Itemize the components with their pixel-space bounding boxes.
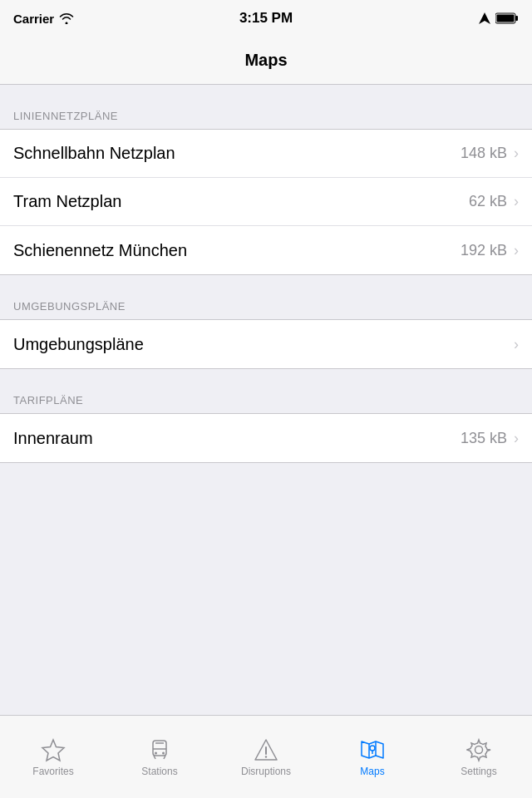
train-icon [147,737,172,762]
item-right-schienennetz: 192 kB › [461,242,519,259]
item-size-innenraum: 135 kB [461,430,507,447]
svg-marker-4 [42,740,64,761]
svg-marker-0 [479,12,490,24]
carrier-label: Carrier [13,12,54,26]
svg-point-20 [475,746,483,753]
section-spacer-3 [0,369,532,377]
battery-icon [495,12,519,24]
list-item[interactable]: Schnellbahn Netzplan 148 kB › [0,130,532,178]
location-icon [479,12,490,24]
item-size-schnellbahn: 148 kB [461,145,507,162]
chevron-icon-schienennetz: › [514,242,519,259]
item-label-innenraum: Innenraum [13,429,93,448]
tab-maps[interactable]: Maps [319,716,426,798]
tab-stations-label: Stations [141,766,177,777]
warning-icon [254,737,278,762]
chevron-icon-umgebungsplaene: › [514,336,519,353]
status-right [479,12,519,24]
svg-point-7 [155,751,157,754]
tab-settings[interactable]: Settings [426,716,532,798]
svg-rect-2 [515,16,518,21]
item-right-umgebungsplaene: › [514,336,519,353]
section-spacer-1 [0,85,532,93]
item-label-schienennetz: Schienennetz München [13,241,187,260]
item-right-tram: 62 kB › [469,193,519,210]
tab-disruptions[interactable]: Disruptions [213,716,319,798]
item-right-innenraum: 135 kB › [461,430,519,447]
svg-marker-15 [362,741,383,758]
svg-rect-3 [497,15,515,22]
gear-icon [466,737,491,762]
maps-icon [360,737,385,762]
tab-settings-label: Settings [461,766,496,777]
tab-favorites[interactable]: Favorites [0,716,106,798]
chevron-icon-innenraum: › [514,430,519,447]
tab-bar: Favorites Stations Disruptions [0,715,532,798]
tab-favorites-label: Favorites [32,766,73,777]
chevron-icon-schnellbahn: › [514,145,519,162]
svg-point-18 [370,746,375,751]
list-item[interactable]: Schienennetz München 192 kB › [0,226,532,274]
status-left: Carrier [13,12,74,26]
list-group-umgebungsplaene: Umgebungspläne › [0,319,532,369]
section-header-liniennetzplaene: LINIENNETZPLÄNE [0,93,532,129]
svg-point-14 [265,756,267,757]
status-bar: Carrier 3:15 PM [0,0,532,37]
status-time: 3:15 PM [239,10,293,27]
item-right-schnellbahn: 148 kB › [461,145,519,162]
item-label-schnellbahn: Schnellbahn Netzplan [13,144,175,163]
content-area: LINIENNETZPLÄNE Schnellbahn Netzplan 148… [0,85,532,715]
section-header-umgebungsplaene: UMGEBUNGSPLÄNE [0,283,532,319]
list-item[interactable]: Innenraum 135 kB › [0,414,532,462]
chevron-icon-tram: › [514,193,519,210]
nav-title: Maps [244,51,287,70]
svg-point-8 [162,751,165,754]
section-spacer-2 [0,275,532,283]
nav-bar: Maps [0,37,532,85]
list-group-tarifplaene: Innenraum 135 kB › [0,413,532,463]
item-label-umgebungsplaene: Umgebungspläne [13,335,144,354]
tab-disruptions-label: Disruptions [241,766,291,777]
item-label-tram: Tram Netzplan [13,192,121,211]
tab-stations[interactable]: Stations [106,716,213,798]
list-group-liniennetzplaene: Schnellbahn Netzplan 148 kB › Tram Netzp… [0,129,532,275]
wifi-icon [59,12,74,24]
item-size-schienennetz: 192 kB [461,242,507,259]
list-item[interactable]: Tram Netzplan 62 kB › [0,178,532,226]
list-item[interactable]: Umgebungspläne › [0,320,532,368]
tab-maps-label: Maps [360,766,384,777]
section-header-tarifplaene: TARIFPLÄNE [0,377,532,413]
item-size-tram: 62 kB [469,193,507,210]
star-icon [41,737,66,762]
